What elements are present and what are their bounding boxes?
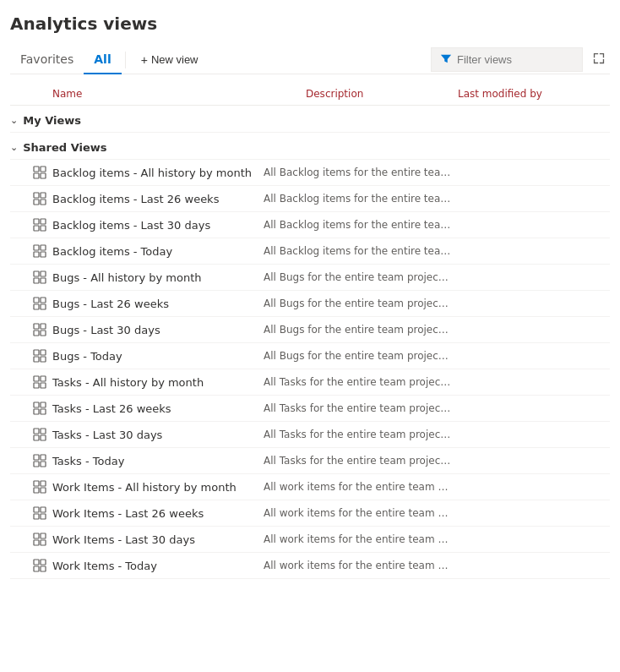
row-icon	[27, 454, 52, 467]
table-row[interactable]: Work Items - Last 30 days All work items…	[10, 527, 610, 553]
row-icon	[27, 244, 52, 258]
expand-icon[interactable]	[588, 49, 610, 70]
column-description-header[interactable]: Description	[306, 88, 458, 100]
svg-rect-45	[41, 455, 46, 460]
grid-view-icon	[33, 428, 46, 441]
row-description: All Backlog items for the entire team pr…	[264, 219, 458, 231]
tab-divider	[125, 52, 126, 68]
table-row[interactable]: Backlog items - Last 30 days All Backlog…	[10, 212, 610, 238]
grid-view-icon	[33, 349, 46, 363]
row-name: Backlog items - Last 30 days	[52, 219, 264, 232]
row-icon	[27, 533, 52, 546]
new-view-button[interactable]: + New view	[133, 48, 207, 72]
svg-rect-50	[34, 488, 39, 493]
svg-rect-20	[34, 298, 39, 303]
table-row[interactable]: Tasks - Last 30 days All Tasks for the e…	[10, 422, 610, 448]
table-row[interactable]: Bugs - Last 26 weeks All Bugs for the en…	[10, 291, 610, 317]
svg-rect-17	[41, 271, 46, 276]
row-name: Bugs - Last 30 days	[52, 324, 264, 336]
table-row[interactable]: Backlog items - All history by month All…	[10, 160, 610, 186]
row-icon	[27, 270, 52, 284]
filter-area	[431, 47, 610, 72]
row-name: Bugs - Today	[52, 350, 264, 363]
table-row[interactable]: Backlog items - Today All Backlog items …	[10, 238, 610, 265]
grid-view-icon	[33, 559, 46, 572]
new-view-label: New view	[151, 53, 199, 66]
row-icon	[27, 323, 52, 336]
tab-all[interactable]: All	[84, 46, 121, 74]
filter-input[interactable]	[457, 53, 567, 66]
svg-rect-33	[41, 376, 46, 381]
svg-rect-34	[34, 383, 39, 388]
row-name: Work Items - Today	[52, 560, 264, 572]
svg-rect-25	[41, 324, 46, 329]
svg-rect-29	[41, 350, 46, 355]
svg-rect-51	[41, 488, 46, 493]
svg-rect-40	[34, 429, 39, 434]
svg-rect-31	[41, 357, 46, 362]
row-name: Tasks - Last 30 days	[52, 429, 264, 441]
row-description: All Tasks for the entire team project. N…	[264, 455, 458, 467]
svg-rect-55	[41, 514, 46, 519]
row-name: Bugs - Last 26 weeks	[52, 298, 264, 310]
grid-view-icon	[33, 270, 46, 284]
column-modified-header[interactable]: Last modified by	[458, 88, 610, 100]
svg-rect-61	[41, 560, 46, 565]
svg-rect-49	[41, 481, 46, 486]
row-name: Work Items - All history by month	[52, 481, 264, 494]
row-description: All Tasks for the entire team project. L…	[264, 429, 458, 440]
svg-rect-1	[41, 167, 46, 172]
svg-rect-53	[41, 507, 46, 512]
table-row[interactable]: Work Items - Last 26 weeks All work item…	[10, 500, 610, 527]
column-name-header[interactable]: Name	[52, 88, 306, 100]
grid-view-icon	[33, 506, 46, 520]
row-icon	[27, 297, 52, 310]
row-icon	[27, 375, 52, 389]
svg-rect-7	[41, 199, 46, 205]
column-header-row: Name Description Last modified by	[10, 81, 610, 106]
row-icon	[27, 349, 52, 363]
table-row[interactable]: Work Items - Today All work items for th…	[10, 553, 610, 579]
grid-view-icon	[33, 297, 46, 310]
svg-rect-39	[41, 409, 46, 414]
row-description: All work items for the entire team proje…	[264, 533, 458, 545]
svg-rect-18	[34, 278, 39, 283]
table-row[interactable]: Tasks - All history by month All Tasks f…	[10, 369, 610, 396]
table-row[interactable]: Tasks - Last 26 weeks All Tasks for the …	[10, 396, 610, 422]
row-description: All Bugs for the entire team project. La…	[264, 324, 458, 336]
row-description: All Backlog items for the entire team pr…	[264, 167, 458, 178]
svg-rect-0	[34, 167, 39, 172]
svg-rect-6	[34, 199, 39, 205]
grid-view-icon	[33, 533, 46, 546]
section-my-views[interactable]: ⌄ My Views	[10, 106, 610, 133]
svg-rect-44	[34, 455, 39, 460]
tab-favorites[interactable]: Favorites	[10, 46, 84, 74]
svg-rect-30	[34, 357, 39, 362]
svg-rect-15	[41, 252, 46, 257]
row-description: All work items for the entire team proje…	[264, 481, 458, 493]
table-row[interactable]: Bugs - All history by month All Bugs for…	[10, 265, 610, 291]
table-row[interactable]: Backlog items - Last 26 weeks All Backlo…	[10, 186, 610, 212]
row-description: All Bugs for the entire team project. No…	[264, 350, 458, 362]
svg-rect-11	[41, 226, 46, 231]
shared-views-label: Shared Views	[23, 141, 106, 154]
section-shared-views[interactable]: ⌄ Shared Views	[10, 133, 610, 160]
table-row[interactable]: Tasks - Today All Tasks for the entire t…	[10, 448, 610, 474]
my-views-label: My Views	[23, 114, 81, 127]
svg-rect-28	[34, 350, 39, 355]
row-icon	[27, 192, 52, 205]
table-row[interactable]: Work Items - All history by month All wo…	[10, 474, 610, 500]
svg-rect-10	[34, 226, 39, 231]
svg-rect-9	[41, 219, 46, 224]
table-row[interactable]: Bugs - Last 30 days All Bugs for the ent…	[10, 317, 610, 343]
filter-input-wrap[interactable]	[431, 47, 583, 72]
svg-rect-52	[34, 507, 39, 512]
row-description: All Tasks for the entire team project. L…	[264, 402, 458, 414]
row-icon	[27, 218, 52, 232]
table-row[interactable]: Bugs - Today All Bugs for the entire tea…	[10, 343, 610, 369]
svg-rect-12	[34, 245, 39, 250]
row-icon	[27, 428, 52, 441]
svg-rect-22	[34, 304, 39, 309]
svg-rect-23	[41, 304, 46, 309]
svg-rect-8	[34, 219, 39, 224]
